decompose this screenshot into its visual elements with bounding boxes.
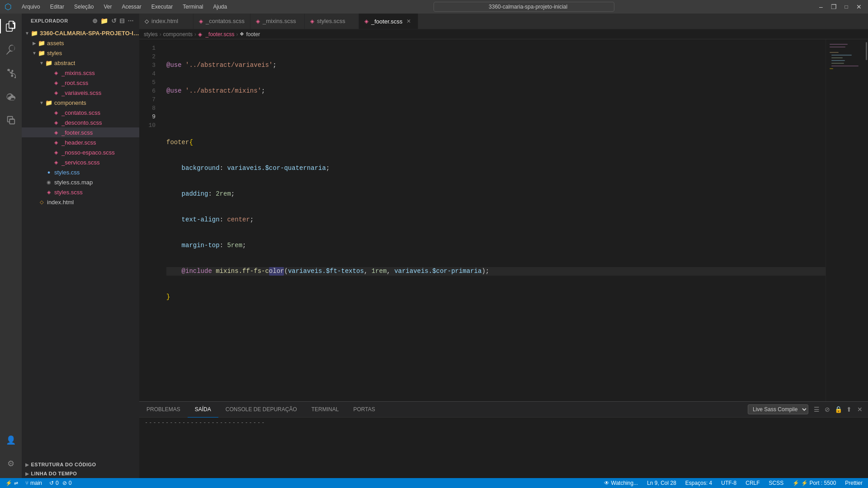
tree-item-assets[interactable]: ▶ 📁 assets: [22, 38, 139, 48]
styles-label: styles: [47, 50, 62, 56]
panel-lock-icon[interactable]: 🔒: [834, 405, 843, 414]
vscode-logo-icon: ⬡: [5, 2, 12, 12]
menu-editar[interactable]: Editar: [46, 2, 69, 12]
branch-label: main: [30, 480, 42, 486]
tree-item-styles[interactable]: ▼ 📁 styles: [22, 48, 139, 58]
output-selector[interactable]: Live Sass Compile: [748, 404, 808, 414]
search-activity-icon[interactable]: [0, 39, 22, 61]
timeline-section-header[interactable]: ▶ LINHA DO TEMPO: [22, 469, 139, 478]
statusbar-encoding[interactable]: UTF-8: [719, 478, 738, 488]
menu-ajuda[interactable]: Ajuda: [209, 2, 232, 12]
sync-icon: ↺: [49, 480, 54, 486]
panel-tab-terminal[interactable]: TERMINAL: [304, 402, 346, 418]
code-editor[interactable]: 1 2 3 4 5 6 7 8 9 10 @use '../ab: [139, 39, 868, 401]
panel-clear-icon[interactable]: ⊘: [823, 405, 832, 414]
menu-acessar[interactable]: Acessar: [117, 2, 146, 12]
tree-item-header[interactable]: ◈ _header.scss: [22, 137, 139, 147]
panel-close-panel-icon[interactable]: ✕: [855, 405, 864, 414]
tab-mixins-scss[interactable]: ◈ _mixins.scss: [250, 14, 305, 29]
panel-tab-console[interactable]: CONSOLE DE DEPURAÇÃO: [218, 402, 304, 418]
panel-filter-icon[interactable]: ☰: [812, 405, 821, 414]
panel-tab-saida[interactable]: SAÍDA: [188, 402, 218, 418]
variaveis-file-icon: ◈: [52, 89, 60, 96]
tree-item-servicos[interactable]: ◈ _servicos.scss: [22, 157, 139, 167]
tree-item-styles-css-map[interactable]: ◉ styles.css.map: [22, 177, 139, 187]
root-scss-arrow-icon: [45, 79, 52, 86]
tab-index-html[interactable]: ◇ index.html: [139, 14, 193, 29]
header-arrow-icon: [45, 139, 52, 146]
tree-item-variaveis[interactable]: ◈ _variaveis.scss: [22, 88, 139, 98]
close-icon[interactable]: ✕: [854, 2, 863, 11]
statusbar-branch[interactable]: ⑂ main: [24, 478, 44, 488]
statusbar-language[interactable]: SCSS: [767, 478, 786, 488]
tree-item-styles-scss[interactable]: ◈ styles.scss: [22, 187, 139, 197]
explorer-activity-icon[interactable]: [0, 15, 22, 37]
tree-item-index-html[interactable]: ◇ index.html: [22, 197, 139, 207]
statusbar-port[interactable]: ⚡ ⚡ Port : 5500: [791, 478, 838, 488]
panel-maximize-icon[interactable]: ⬆: [844, 405, 854, 414]
statusbar-watching[interactable]: 👁 Watching...: [602, 478, 640, 488]
extensions-activity-icon[interactable]: [0, 109, 22, 131]
new-file-icon[interactable]: ⊕: [92, 17, 98, 24]
tabs-bar: ◇ index.html ◈ _contatos.scss ◈ _mixins.…: [139, 14, 868, 29]
tree-item-mixins[interactable]: ◈ _mixins.scss: [22, 68, 139, 78]
menu-executar[interactable]: Executar: [147, 2, 177, 12]
servicos-arrow-icon: [45, 159, 52, 166]
tab-footer-scss[interactable]: ◈ _footer.scss ✕: [359, 14, 418, 29]
tree-item-contatos[interactable]: ◈ _contatos.scss: [22, 108, 139, 117]
tab-contatos-scss[interactable]: ◈ _contatos.scss: [193, 14, 250, 29]
contatos-arrow-icon: [45, 109, 52, 116]
statusbar-eol[interactable]: CRLF: [744, 478, 761, 488]
tree-item-desconto[interactable]: ◈ _desconto.scss: [22, 117, 139, 127]
maximize-icon[interactable]: □: [842, 2, 851, 11]
root-label: 3360-CALMARIA-SPA-PROJETO-INICIAL: [40, 30, 139, 37]
panel-tab-problemas[interactable]: PROBLEMAS: [139, 402, 188, 418]
more-actions-icon[interactable]: ···: [128, 17, 134, 24]
code-line-9: @include mixins.ff-fs-color(variaveis.$f…: [166, 267, 826, 276]
statusbar-sync[interactable]: ↺ 0 ⊘ 0: [47, 478, 73, 488]
collapse-all-icon[interactable]: ⊟: [119, 17, 125, 24]
search-input[interactable]: [434, 2, 614, 12]
scroll-gutter: [862, 39, 868, 401]
tree-item-styles-css[interactable]: ● styles.css: [22, 167, 139, 177]
tree-root[interactable]: ▼ 📁 3360-CALMARIA-SPA-PROJETO-INICIAL: [22, 28, 139, 38]
statusbar-spaces[interactable]: Espaços: 4: [684, 478, 714, 488]
menu-ver[interactable]: Ver: [99, 2, 116, 12]
breadcrumb-footer-file[interactable]: ◈ _footer.scss: [198, 31, 234, 38]
panel-tab-portas[interactable]: PORTAS: [346, 402, 382, 418]
styles-scss-label: styles.scss: [54, 189, 83, 196]
statusbar-left: ⚡ ⇌ ⑂ main ↺ 0 ⊘ 0: [4, 478, 73, 488]
tab-styles-scss[interactable]: ◈ styles.scss: [305, 14, 359, 29]
refresh-icon[interactable]: ↺: [111, 17, 117, 24]
outline-section-header[interactable]: ▶ ESTRUTURA DO CÓDIGO: [22, 460, 139, 469]
contatos-label: _contatos.scss: [61, 109, 100, 116]
breadcrumb-styles[interactable]: styles: [144, 31, 158, 38]
statusbar-prettier[interactable]: Prettier: [843, 478, 864, 488]
statusbar-position[interactable]: Ln 9, Col 28: [645, 478, 678, 488]
tree-item-nosso-espaco[interactable]: ◈ _nosso-espaco.scss: [22, 147, 139, 157]
restore-icon[interactable]: ❐: [829, 2, 838, 11]
breadcrumb-components[interactable]: components: [163, 31, 193, 38]
debug-activity-icon[interactable]: [0, 86, 22, 108]
account-activity-icon[interactable]: 👤: [0, 429, 22, 451]
tree-item-abstract[interactable]: ▼ 📁 abstract: [22, 58, 139, 68]
tab-close-footer[interactable]: ✕: [405, 18, 412, 25]
styles-css-map-file-icon: ◉: [45, 178, 52, 186]
window-controls: – ❐ □ ✕: [816, 2, 863, 11]
code-content[interactable]: @use '../abstract/variaveis'; @use '../a…: [162, 39, 826, 401]
menu-selecao[interactable]: Seleção: [70, 2, 98, 12]
tree-item-root-scss[interactable]: ◈ _root.scss: [22, 78, 139, 88]
breadcrumb-footer-selector[interactable]: ❖ footer: [240, 31, 260, 38]
new-folder-icon[interactable]: 📁: [100, 17, 108, 24]
statusbar-remote[interactable]: ⚡ ⇌: [4, 478, 20, 488]
tree-item-footer[interactable]: ◈ _footer.scss: [22, 127, 139, 137]
index-html-label: index.html: [47, 199, 74, 206]
settings-activity-icon[interactable]: ⚙: [0, 453, 22, 474]
menu-terminal[interactable]: Terminal: [178, 2, 208, 12]
source-control-activity-icon[interactable]: [0, 62, 22, 84]
minimize-icon[interactable]: –: [816, 2, 826, 11]
code-editor-wrapper: 1 2 3 4 5 6 7 8 9 10 @use '../ab: [139, 39, 868, 401]
menu-arquivo[interactable]: Arquivo: [17, 2, 45, 12]
tree-item-components[interactable]: ▼ 📁 components: [22, 98, 139, 108]
code-line-10: }: [166, 293, 826, 301]
